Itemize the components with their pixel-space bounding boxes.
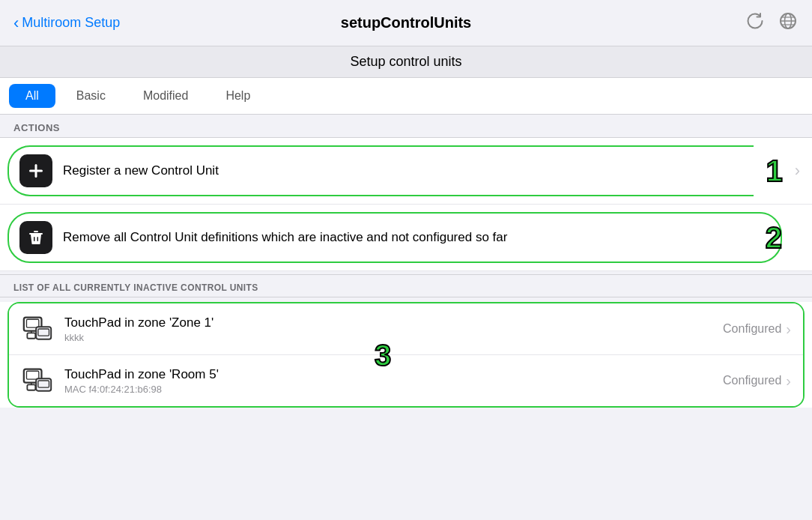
annotation-1: 1 [766, 156, 782, 186]
svg-rect-13 [27, 333, 35, 338]
page-title: setupControlUnits [341, 14, 471, 31]
tabs-bar: All Basic Modified Help [0, 78, 812, 115]
touchpad-icon-2 [21, 364, 54, 397]
device-name-2: TouchPad in zone 'Room 5' [64, 367, 723, 382]
tab-modified[interactable]: Modified [127, 84, 204, 108]
list-chevron-1: › [786, 321, 791, 338]
back-chevron-icon: ‹ [13, 13, 19, 33]
svg-rect-12 [26, 319, 38, 327]
actions-section-label: ACTIONS [0, 115, 812, 138]
svg-rect-6 [29, 170, 43, 172]
remove-action-row[interactable]: Remove all Control Unit definitions whic… [7, 212, 782, 263]
plus-icon-box [19, 154, 52, 187]
header-actions [745, 10, 799, 36]
remove-action-text: Remove all Control Unit definitions whic… [63, 230, 770, 245]
back-button[interactable]: ‹ Multiroom Setup [13, 13, 120, 33]
svg-rect-19 [27, 384, 35, 390]
refresh-icon[interactable] [745, 10, 766, 36]
svg-rect-10 [37, 237, 39, 241]
inactive-units-list: TouchPad in zone 'Zone 1' kkkk Configure… [7, 302, 805, 408]
tab-help[interactable]: Help [209, 84, 267, 108]
device-sub-1: kkkk [64, 332, 723, 343]
svg-rect-9 [34, 237, 35, 241]
touchpad-icon-1 [21, 312, 54, 345]
svg-rect-8 [34, 231, 38, 232]
configured-label-2: Configured [723, 374, 781, 387]
actions-section: Register a new Control Unit 1 › Remove a… [0, 138, 812, 271]
tab-all[interactable]: All [9, 84, 55, 108]
back-label: Multiroom Setup [22, 15, 120, 31]
annotation-3-container: 3 [367, 340, 391, 370]
device-info-2: TouchPad in zone 'Room 5' MAC f4:0f:24:2… [64, 367, 723, 395]
list-section-label: LIST OF ALL CURRENTLY INACTIVE CONTROL U… [0, 274, 812, 297]
annotation-2: 2 [766, 223, 782, 253]
list-item[interactable]: TouchPad in zone 'Zone 1' kkkk Configure… [9, 303, 803, 355]
plus-icon [27, 162, 45, 180]
list-chevron-2: › [786, 372, 791, 390]
section-title-bar: Setup control units [0, 46, 812, 78]
header: ‹ Multiroom Setup setupControlUnits [0, 0, 812, 46]
register-action-row[interactable]: Register a new Control Unit [7, 145, 754, 196]
svg-rect-7 [29, 233, 43, 235]
annotation-3: 3 [375, 339, 391, 372]
svg-rect-18 [26, 371, 38, 379]
trash-icon [27, 229, 45, 247]
globe-icon[interactable] [778, 10, 799, 36]
register-chevron-icon: › [795, 161, 800, 181]
list-item[interactable]: TouchPad in zone 'Room 5' MAC f4:0f:24:2… [9, 355, 803, 406]
device-name-1: TouchPad in zone 'Zone 1' [64, 315, 723, 330]
section-title: Setup control units [350, 54, 461, 69]
configured-label-1: Configured [723, 322, 781, 336]
register-action-text: Register a new Control Unit [63, 163, 743, 178]
list-section: TouchPad in zone 'Zone 1' kkkk Configure… [0, 302, 812, 408]
trash-icon-box [19, 221, 52, 254]
device-sub-2: MAC f4:0f:24:21:b6:98 [64, 384, 723, 395]
device-info-1: TouchPad in zone 'Zone 1' kkkk [64, 315, 723, 343]
tab-basic[interactable]: Basic [60, 84, 122, 108]
